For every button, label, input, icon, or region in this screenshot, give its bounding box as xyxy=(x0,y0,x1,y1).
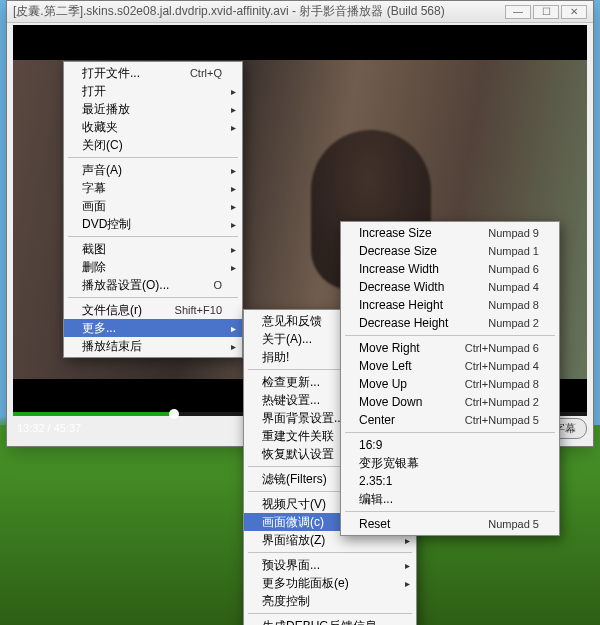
menu-item[interactable]: 2.35:1 xyxy=(341,472,559,490)
menu-item-label: 16:9 xyxy=(359,438,539,452)
menu-item-shortcut: Ctrl+Numpad 5 xyxy=(465,414,539,426)
menu-item[interactable]: Increase WidthNumpad 6 xyxy=(341,260,559,278)
menu-item[interactable]: Move DownCtrl+Numpad 2 xyxy=(341,393,559,411)
menu-item-label: 收藏夹 xyxy=(82,119,222,136)
menu-item-label: 生成DEBUG反馈信息 xyxy=(262,618,396,626)
menu-item-label: 声音(A) xyxy=(82,162,222,179)
menu-item[interactable]: CenterCtrl+Numpad 5 xyxy=(341,411,559,429)
menu-item-label: 变形宽银幕 xyxy=(359,455,539,472)
menu-item-shortcut: Ctrl+Numpad 6 xyxy=(465,342,539,354)
menu-item-label: 打开 xyxy=(82,83,222,100)
menu-item[interactable]: 预设界面... xyxy=(244,556,416,574)
menu-item-label: DVD控制 xyxy=(82,216,222,233)
menu-item[interactable]: 变形宽银幕 xyxy=(341,454,559,472)
menu-item[interactable]: Move UpCtrl+Numpad 8 xyxy=(341,375,559,393)
menu-item-shortcut: Ctrl+Numpad 4 xyxy=(465,360,539,372)
menu-item-label: Increase Height xyxy=(359,298,466,312)
menu-separator xyxy=(248,613,412,614)
menu-item[interactable]: 亮度控制 xyxy=(244,592,416,610)
menu-item-label: Decrease Height xyxy=(359,316,466,330)
menu-item[interactable]: Increase SizeNumpad 9 xyxy=(341,224,559,242)
menu-item-label: Increase Width xyxy=(359,262,466,276)
menu-item-label: Decrease Width xyxy=(359,280,466,294)
menu-item[interactable]: 截图 xyxy=(64,240,242,258)
menu-item-label: 更多... xyxy=(82,320,222,337)
menu-separator xyxy=(345,335,555,336)
menu-separator xyxy=(68,236,238,237)
menu-item[interactable]: 字幕 xyxy=(64,179,242,197)
menu-item-label: Move Up xyxy=(359,377,443,391)
menu-item[interactable]: 最近播放 xyxy=(64,100,242,118)
menu-separator xyxy=(248,552,412,553)
menu-item[interactable]: Decrease WidthNumpad 4 xyxy=(341,278,559,296)
menu-item[interactable]: Decrease HeightNumpad 2 xyxy=(341,314,559,332)
menu-item-shortcut: Ctrl+Numpad 2 xyxy=(465,396,539,408)
menu-item[interactable]: 16:9 xyxy=(341,436,559,454)
menu-item-label: Move Right xyxy=(359,341,443,355)
menu-item[interactable]: ResetNumpad 5 xyxy=(341,515,559,533)
menu-item-label: 最近播放 xyxy=(82,101,222,118)
context-menu-main[interactable]: 打开文件...Ctrl+Q打开最近播放收藏夹关闭(C)声音(A)字幕画面DVD控… xyxy=(63,61,243,358)
menu-item[interactable]: 播放器设置(O)...O xyxy=(64,276,242,294)
menu-item-shortcut: Shift+F10 xyxy=(175,304,222,316)
menu-item-label: Move Left xyxy=(359,359,443,373)
menu-separator xyxy=(345,511,555,512)
desktop: [皮囊.第二季].skins.s02e08.jal.dvdrip.xvid-af… xyxy=(0,0,600,625)
menu-item-shortcut: Numpad 2 xyxy=(488,317,539,329)
window-title: [皮囊.第二季].skins.s02e08.jal.dvdrip.xvid-af… xyxy=(13,3,505,20)
menu-item[interactable]: 收藏夹 xyxy=(64,118,242,136)
menu-item[interactable]: Increase HeightNumpad 8 xyxy=(341,296,559,314)
menu-separator xyxy=(68,297,238,298)
menu-item-label: 截图 xyxy=(82,241,222,258)
menu-item[interactable]: DVD控制 xyxy=(64,215,242,233)
menu-item-label: 亮度控制 xyxy=(262,593,396,610)
menu-item-label: 字幕 xyxy=(82,180,222,197)
menu-item-label: Move Down xyxy=(359,395,443,409)
menu-item[interactable]: 更多... xyxy=(64,319,242,337)
minimize-button[interactable]: — xyxy=(505,5,531,19)
menu-item-shortcut: Ctrl+Numpad 8 xyxy=(465,378,539,390)
maximize-button[interactable]: ☐ xyxy=(533,5,559,19)
menu-item-label: 更多功能面板(e) xyxy=(262,575,396,592)
close-button[interactable]: ✕ xyxy=(561,5,587,19)
menu-item[interactable]: 生成DEBUG反馈信息 xyxy=(244,617,416,625)
menu-separator xyxy=(345,432,555,433)
menu-item[interactable]: 打开文件...Ctrl+Q xyxy=(64,64,242,82)
menu-item-label: 播放器设置(O)... xyxy=(82,277,191,294)
menu-item-label: 播放结束后 xyxy=(82,338,222,355)
menu-item[interactable]: 文件信息(r)Shift+F10 xyxy=(64,301,242,319)
menu-item[interactable]: 关闭(C) xyxy=(64,136,242,154)
menu-item[interactable]: 画面 xyxy=(64,197,242,215)
menu-item[interactable]: 声音(A) xyxy=(64,161,242,179)
menu-item-shortcut: Numpad 1 xyxy=(488,245,539,257)
menu-item-shortcut: Numpad 6 xyxy=(488,263,539,275)
menu-item-shortcut: Ctrl+Q xyxy=(190,67,222,79)
menu-item-label: 删除 xyxy=(82,259,222,276)
menu-item-shortcut: Numpad 4 xyxy=(488,281,539,293)
menu-item-label: 打开文件... xyxy=(82,65,168,82)
context-menu-pan-scan[interactable]: Increase SizeNumpad 9Decrease SizeNumpad… xyxy=(340,221,560,536)
menu-item[interactable]: 删除 xyxy=(64,258,242,276)
titlebar[interactable]: [皮囊.第二季].skins.s02e08.jal.dvdrip.xvid-af… xyxy=(7,1,593,23)
menu-item[interactable]: Decrease SizeNumpad 1 xyxy=(341,242,559,260)
menu-item-shortcut: Numpad 8 xyxy=(488,299,539,311)
menu-item-label: Increase Size xyxy=(359,226,466,240)
menu-item[interactable]: 播放结束后 xyxy=(64,337,242,355)
menu-item-shortcut: Numpad 9 xyxy=(488,227,539,239)
timecode: 13:32 / 45:37 xyxy=(13,422,81,434)
menu-item[interactable]: 编辑... xyxy=(341,490,559,508)
menu-separator xyxy=(68,157,238,158)
menu-item-label: 关闭(C) xyxy=(82,137,222,154)
menu-item-label: 预设界面... xyxy=(262,557,396,574)
menu-item-shortcut: O xyxy=(213,279,222,291)
window-buttons: — ☐ ✕ xyxy=(505,5,587,19)
menu-item[interactable]: Move LeftCtrl+Numpad 4 xyxy=(341,357,559,375)
menu-item-label: Reset xyxy=(359,517,466,531)
menu-item[interactable]: 更多功能面板(e) xyxy=(244,574,416,592)
menu-item-label: Center xyxy=(359,413,443,427)
menu-item[interactable]: 打开 xyxy=(64,82,242,100)
menu-item-label: 画面 xyxy=(82,198,222,215)
menu-item[interactable]: Move RightCtrl+Numpad 6 xyxy=(341,339,559,357)
menu-item-label: Decrease Size xyxy=(359,244,466,258)
menu-item-label: 2.35:1 xyxy=(359,474,539,488)
